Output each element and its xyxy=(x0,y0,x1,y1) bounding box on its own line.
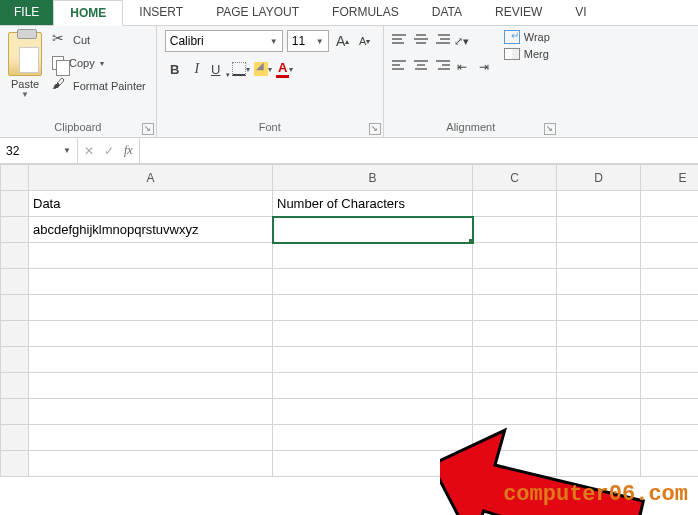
tab-page-layout[interactable]: PAGE LAYOUT xyxy=(200,0,316,25)
cell[interactable] xyxy=(29,451,273,477)
cell[interactable] xyxy=(641,399,699,425)
cell[interactable] xyxy=(641,269,699,295)
row-header[interactable] xyxy=(1,451,29,477)
cell[interactable] xyxy=(473,321,557,347)
cell[interactable] xyxy=(29,321,273,347)
increase-font-button[interactable]: A▴ xyxy=(333,30,353,52)
row-header[interactable] xyxy=(1,243,29,269)
align-middle-button[interactable] xyxy=(412,30,430,48)
align-bottom-button[interactable] xyxy=(432,30,450,48)
row-header[interactable] xyxy=(1,217,29,243)
format-painter-button[interactable]: Format Painter xyxy=(50,76,148,96)
cell[interactable] xyxy=(473,217,557,243)
cell[interactable] xyxy=(29,269,273,295)
alignment-launcher[interactable]: ↘ xyxy=(544,123,556,135)
cut-button[interactable]: Cut xyxy=(50,30,148,50)
cell[interactable] xyxy=(273,295,473,321)
cell[interactable] xyxy=(473,373,557,399)
cell-selected[interactable] xyxy=(273,217,473,243)
cell[interactable] xyxy=(29,295,273,321)
orientation-button[interactable]: ⤢▾ xyxy=(452,30,472,52)
name-box[interactable]: 32 ▼ xyxy=(0,138,78,163)
decrease-indent-button[interactable]: ⇤ xyxy=(452,56,472,78)
row-header[interactable] xyxy=(1,269,29,295)
chevron-down-icon[interactable]: ▼ xyxy=(21,90,29,99)
col-header-D[interactable]: D xyxy=(557,165,641,191)
formula-input[interactable] xyxy=(140,138,698,163)
cell[interactable] xyxy=(473,243,557,269)
cell[interactable] xyxy=(29,347,273,373)
cancel-formula-button[interactable]: ✕ xyxy=(84,144,94,158)
cell[interactable] xyxy=(557,425,641,451)
cell[interactable] xyxy=(557,217,641,243)
cell[interactable] xyxy=(557,191,641,217)
cell[interactable] xyxy=(641,243,699,269)
col-header-E[interactable]: E xyxy=(641,165,699,191)
font-color-button[interactable]: A▾ xyxy=(275,58,295,80)
copy-button[interactable]: Copy ▾ xyxy=(50,54,148,72)
row-header[interactable] xyxy=(1,321,29,347)
border-button[interactable]: ▾ xyxy=(231,58,251,80)
cell[interactable] xyxy=(473,425,557,451)
clipboard-launcher[interactable]: ↘ xyxy=(142,123,154,135)
cell[interactable] xyxy=(557,269,641,295)
row-header[interactable] xyxy=(1,373,29,399)
col-header-A[interactable]: A xyxy=(29,165,273,191)
cell[interactable] xyxy=(641,295,699,321)
cell[interactable] xyxy=(641,425,699,451)
cell[interactable] xyxy=(273,321,473,347)
cell[interactable] xyxy=(557,243,641,269)
col-header-B[interactable]: B xyxy=(273,165,473,191)
cell[interactable] xyxy=(641,191,699,217)
cell[interactable] xyxy=(273,269,473,295)
row-header[interactable] xyxy=(1,191,29,217)
cell[interactable] xyxy=(557,295,641,321)
insert-function-button[interactable]: fx xyxy=(124,143,133,158)
cell[interactable] xyxy=(473,451,557,477)
italic-button[interactable]: I xyxy=(187,58,207,80)
cell[interactable] xyxy=(273,373,473,399)
row-header[interactable] xyxy=(1,347,29,373)
cell[interactable] xyxy=(273,425,473,451)
underline-button[interactable]: U xyxy=(209,58,229,80)
cell[interactable] xyxy=(641,373,699,399)
bold-button[interactable]: B xyxy=(165,58,185,80)
cell[interactable] xyxy=(641,347,699,373)
cell[interactable] xyxy=(557,321,641,347)
cell[interactable] xyxy=(473,269,557,295)
increase-indent-button[interactable]: ⇥ xyxy=(474,56,494,78)
wrap-text-button[interactable]: Wrap xyxy=(504,30,550,44)
col-header-C[interactable]: C xyxy=(473,165,557,191)
cell[interactable] xyxy=(273,243,473,269)
cell[interactable] xyxy=(473,191,557,217)
tab-home[interactable]: HOME xyxy=(53,0,123,26)
cell[interactable]: Data xyxy=(29,191,273,217)
cell[interactable] xyxy=(29,373,273,399)
cell[interactable] xyxy=(557,373,641,399)
cell[interactable] xyxy=(557,451,641,477)
tab-data[interactable]: DATA xyxy=(416,0,479,25)
row-header[interactable] xyxy=(1,399,29,425)
align-right-button[interactable] xyxy=(432,56,450,74)
cell[interactable] xyxy=(29,243,273,269)
tab-review[interactable]: REVIEW xyxy=(479,0,559,25)
font-name-select[interactable]: Calibri ▼ xyxy=(165,30,283,52)
cell[interactable] xyxy=(641,451,699,477)
cell[interactable] xyxy=(473,347,557,373)
cell[interactable]: Number of Characters xyxy=(273,191,473,217)
cell[interactable] xyxy=(641,321,699,347)
tab-file[interactable]: FILE xyxy=(0,0,53,25)
decrease-font-button[interactable]: A▾ xyxy=(355,30,375,52)
cell[interactable] xyxy=(557,399,641,425)
paste-button[interactable]: Paste ▼ xyxy=(8,30,42,119)
align-center-button[interactable] xyxy=(412,56,430,74)
font-launcher[interactable]: ↘ xyxy=(369,123,381,135)
select-all-corner[interactable] xyxy=(1,165,29,191)
cell[interactable]: abcdefghijklmnopqrstuvwxyz xyxy=(29,217,273,243)
cell[interactable] xyxy=(273,399,473,425)
cell[interactable] xyxy=(273,451,473,477)
tab-view[interactable]: VI xyxy=(559,0,603,25)
cell[interactable] xyxy=(641,217,699,243)
align-left-button[interactable] xyxy=(392,56,410,74)
align-top-button[interactable] xyxy=(392,30,410,48)
